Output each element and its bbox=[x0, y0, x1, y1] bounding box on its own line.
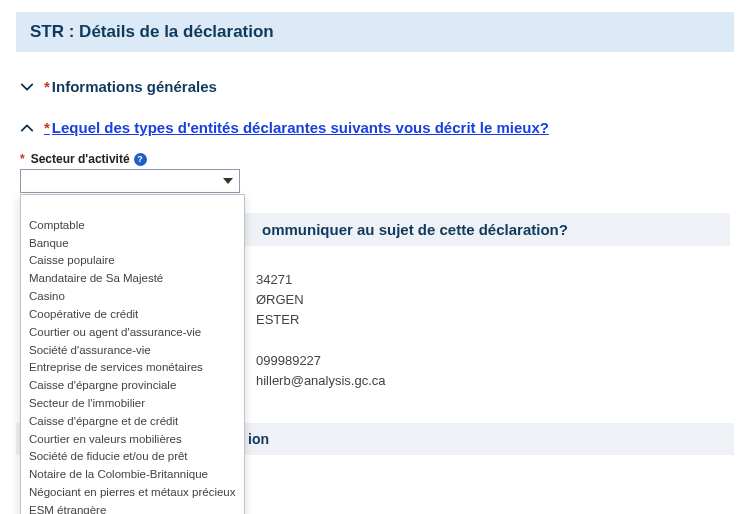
accordion-general-info-label: *Informations générales bbox=[44, 78, 217, 95]
option-caisse-populaire[interactable]: Caisse populaire bbox=[21, 252, 244, 270]
option-pierres-metaux[interactable]: Négociant en pierres et métaux précieux bbox=[21, 484, 244, 502]
accordion-general-info[interactable]: *Informations générales bbox=[16, 70, 734, 103]
accordion-contact-label: ommuniquer au sujet de cette déclaration… bbox=[262, 221, 568, 238]
option-blank[interactable] bbox=[21, 199, 244, 217]
option-notaire-cb[interactable]: Notaire de la Colombie-Britannique bbox=[21, 466, 244, 484]
accordion-entity-type[interactable]: *Lequel des types d'entités déclarantes … bbox=[16, 111, 734, 144]
page-title: STR : Détails de la déclaration bbox=[30, 22, 720, 42]
entity-type-panel: * Secteur d'activité ? Comptable Banque … bbox=[16, 152, 734, 209]
option-esm[interactable]: Entreprise de services monétaires bbox=[21, 359, 244, 377]
option-courtier-valeurs[interactable]: Courtier en valeurs mobilières bbox=[21, 431, 244, 449]
option-societe-assurance-vie[interactable]: Société d'assurance-vie bbox=[21, 342, 244, 360]
option-comptable[interactable]: Comptable bbox=[21, 217, 244, 235]
option-immobilier[interactable]: Secteur de l'immobilier bbox=[21, 395, 244, 413]
option-casino[interactable]: Casino bbox=[21, 288, 244, 306]
contact-id: 34271 bbox=[256, 270, 730, 290]
contact-name-2: ESTER bbox=[256, 310, 730, 330]
required-star: * bbox=[44, 119, 50, 136]
activity-sector-listbox[interactable]: Comptable Banque Caisse populaire Mandat… bbox=[20, 194, 245, 514]
help-icon[interactable]: ? bbox=[134, 153, 147, 166]
accordion-entity-type-label[interactable]: *Lequel des types d'entités déclarantes … bbox=[44, 119, 549, 136]
option-esm-etrangere[interactable]: ESM étrangère bbox=[21, 502, 244, 514]
chevron-down-icon bbox=[20, 80, 34, 94]
page-title-bar: STR : Détails de la déclaration bbox=[16, 12, 734, 52]
option-cooperative-credit[interactable]: Coopérative de crédit bbox=[21, 306, 244, 324]
option-mandataire-majeste[interactable]: Mandataire de Sa Majesté bbox=[21, 270, 244, 288]
required-star: * bbox=[44, 78, 50, 95]
option-banque[interactable]: Banque bbox=[21, 235, 244, 253]
contact-email: hillerb@analysis.gc.ca bbox=[256, 371, 730, 391]
activity-sector-select[interactable] bbox=[20, 169, 240, 193]
contact-phone: 099989227 bbox=[256, 351, 730, 371]
option-caisse-epargne-credit[interactable]: Caisse d'épargne et de crédit bbox=[21, 413, 244, 431]
chevron-up-icon bbox=[20, 121, 34, 135]
option-fiducie-pret[interactable]: Société de fiducie et/ou de prêt bbox=[21, 448, 244, 466]
contact-blank bbox=[256, 330, 730, 350]
activity-sector-label: * Secteur d'activité ? bbox=[20, 152, 730, 166]
option-caisse-epargne-provinciale[interactable]: Caisse d'épargne provinciale bbox=[21, 377, 244, 395]
option-courtier-assurance-vie[interactable]: Courtier ou agent d'assurance-vie bbox=[21, 324, 244, 342]
required-star: * bbox=[20, 152, 25, 166]
contact-name-1: ØRGEN bbox=[256, 290, 730, 310]
